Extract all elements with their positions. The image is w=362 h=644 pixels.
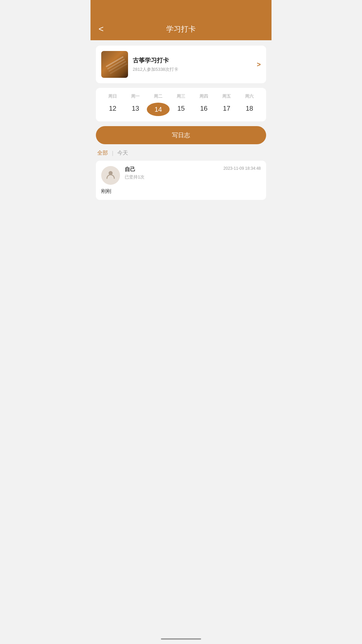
tab-all[interactable]: 全部 — [97, 150, 108, 157]
entry-streak: 已坚持1次 — [125, 174, 219, 180]
week-labels-row: 周日 周一 周二 周三 周四 周五 周六 — [101, 93, 261, 99]
course-name: 古筝学习打卡 — [133, 56, 252, 64]
tabs-row: 全部 | 今天 — [96, 150, 266, 157]
entry-timestamp: 2023-11-09 18:34:48 — [224, 166, 261, 171]
course-info: 古筝学习打卡 2812人参加5338次打卡 — [133, 56, 252, 72]
week-label-mon: 周一 — [124, 93, 147, 99]
date-18[interactable]: 18 — [238, 103, 261, 116]
week-label-tue: 周二 — [147, 93, 170, 99]
week-label-thu: 周四 — [192, 93, 215, 99]
tab-divider: | — [112, 150, 113, 156]
entry-header: 自己 已坚持1次 2023-11-09 18:34:48 — [101, 166, 261, 185]
write-journal-button[interactable]: 写日志 — [96, 126, 266, 144]
course-thumbnail — [101, 51, 128, 78]
course-stats: 2812人参加5338次打卡 — [133, 66, 252, 72]
date-12[interactable]: 12 — [101, 103, 124, 116]
week-label-wed: 周三 — [170, 93, 192, 99]
back-button[interactable]: < — [99, 24, 104, 34]
entry-username: 自己 — [125, 166, 219, 173]
calendar-card: 周日 周一 周二 周三 周四 周五 周六 12 13 14 15 16 17 1… — [96, 88, 266, 121]
date-13[interactable]: 13 — [124, 103, 147, 116]
entry-card: 自己 已坚持1次 2023-11-09 18:34:48 刚刚 — [96, 161, 266, 200]
date-14-active[interactable]: 14 — [147, 103, 170, 116]
course-card[interactable]: 古筝学习打卡 2812人参加5338次打卡 > — [96, 46, 266, 83]
entry-content-text: 刚刚 — [101, 188, 261, 195]
user-icon — [106, 169, 116, 182]
date-15[interactable]: 15 — [170, 103, 192, 116]
week-label-sat: 周六 — [238, 93, 261, 99]
header: < 学习打卡 — [90, 0, 272, 40]
week-dates-row: 12 13 14 15 16 17 18 — [101, 103, 261, 116]
content-area: 古筝学习打卡 2812人参加5338次打卡 > 周日 周一 周二 周三 周四 周… — [90, 40, 272, 210]
course-arrow-icon[interactable]: > — [257, 61, 261, 68]
avatar — [101, 166, 120, 185]
entry-info: 自己 已坚持1次 — [125, 166, 219, 180]
week-label-fri: 周五 — [215, 93, 238, 99]
date-17[interactable]: 17 — [215, 103, 238, 116]
page-title: 学习打卡 — [99, 24, 263, 34]
week-label-sun: 周日 — [101, 93, 124, 99]
course-row: 古筝学习打卡 2812人参加5338次打卡 > — [101, 51, 261, 78]
tab-today[interactable]: 今天 — [117, 150, 128, 157]
date-16[interactable]: 16 — [192, 103, 215, 116]
